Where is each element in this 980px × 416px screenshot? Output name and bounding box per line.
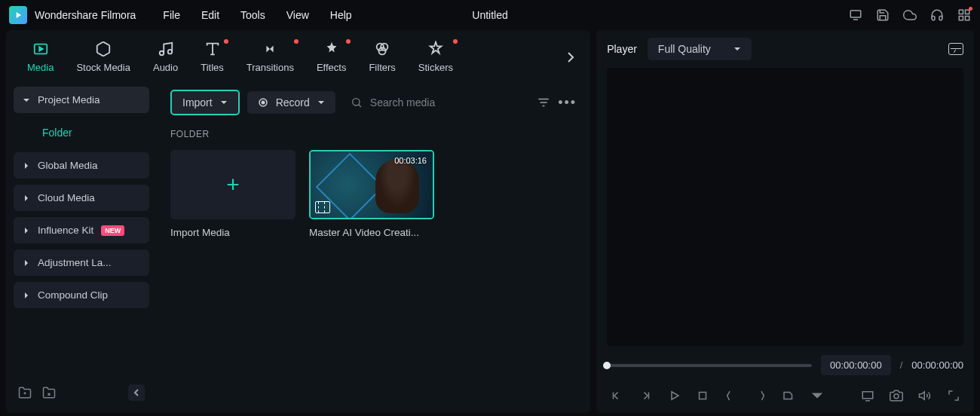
sidebar-item-label: Influence Kit — [38, 225, 93, 236]
svg-rect-3 — [959, 17, 963, 20]
app-logo — [9, 6, 27, 24]
menu-file[interactable]: File — [163, 9, 180, 21]
svg-point-13 — [352, 99, 359, 106]
tab-stickers-label: Stickers — [418, 62, 453, 73]
sidebar-item-label: Adjustment La... — [38, 257, 112, 268]
headphones-icon[interactable] — [930, 8, 944, 22]
svg-point-7 — [167, 50, 172, 54]
tab-stickers[interactable]: Stickers — [408, 38, 464, 76]
tab-stock-media[interactable]: Stock Media — [66, 38, 141, 76]
display-mode-button[interactable] — [861, 389, 874, 402]
sidebar-item-influence-kit[interactable]: Influence Kit NEW — [14, 217, 149, 243]
tab-titles-label: Titles — [201, 62, 224, 73]
clip-type-icon — [315, 201, 330, 213]
save-icon[interactable] — [876, 8, 890, 22]
sidebar-item-cloud-media[interactable]: Cloud Media — [14, 185, 149, 211]
prev-frame-button[interactable] — [610, 389, 623, 402]
quality-value: Full Quality — [658, 43, 711, 55]
more-options-button[interactable]: ••• — [558, 95, 577, 111]
player-label: Player — [607, 43, 637, 55]
filter-icon[interactable] — [537, 96, 550, 109]
import-media-card[interactable]: + Import Media — [170, 150, 296, 238]
svg-point-16 — [894, 394, 899, 399]
tab-titles[interactable]: Titles — [190, 38, 234, 76]
tab-filters[interactable]: Filters — [358, 38, 406, 76]
play-button[interactable] — [667, 389, 681, 402]
sidebar-item-label: Compound Clip — [38, 289, 108, 301]
next-frame-button[interactable] — [639, 389, 652, 402]
svg-rect-2 — [966, 10, 969, 14]
tab-effects-label: Effects — [317, 62, 347, 73]
app-name: Wondershare Filmora — [35, 9, 136, 21]
cloud-icon[interactable] — [903, 8, 917, 22]
record-button[interactable]: Record — [247, 91, 335, 114]
media-clip-card[interactable]: 00:03:16 Master AI Video Creati... — [309, 150, 434, 238]
search-icon — [351, 96, 363, 109]
sidebar-item-label: Global Media — [38, 160, 98, 171]
total-time: 00:00:00:00 — [911, 359, 963, 371]
quality-dropdown[interactable]: Full Quality — [648, 38, 752, 60]
search-input[interactable] — [370, 96, 522, 109]
tab-media[interactable]: Media — [17, 38, 64, 76]
scrubber[interactable] — [607, 364, 812, 367]
scrub-handle[interactable] — [603, 362, 611, 369]
apps-icon[interactable] — [957, 8, 971, 22]
marker-dropdown[interactable] — [810, 389, 824, 402]
sidebar-item-project-media[interactable]: Project Media — [14, 87, 149, 113]
menu-view[interactable]: View — [286, 9, 309, 21]
menu-edit[interactable]: Edit — [201, 9, 219, 21]
import-button[interactable]: Import — [170, 90, 240, 115]
new-folder-icon[interactable] — [18, 386, 32, 399]
tab-transitions[interactable]: Transitions — [236, 38, 305, 76]
clip-title: Master AI Video Creati... — [309, 227, 434, 238]
player-viewport[interactable] — [607, 68, 963, 346]
clip-duration: 00:03:16 — [394, 156, 427, 165]
snapshot-icon[interactable] — [948, 43, 963, 55]
fullscreen-button[interactable] — [947, 389, 960, 402]
delete-folder-icon[interactable] — [42, 386, 56, 399]
volume-button[interactable] — [918, 389, 932, 402]
section-label: FOLDER — [170, 129, 577, 139]
tab-stock-label: Stock Media — [76, 62, 130, 73]
tab-filters-label: Filters — [369, 62, 395, 73]
sidebar-folder[interactable]: Folder — [14, 119, 149, 146]
sidebar-item-global-media[interactable]: Global Media — [14, 152, 149, 179]
sidebar-item-compound-clip[interactable]: Compound Clip — [14, 282, 149, 308]
import-label: Import — [182, 96, 213, 109]
project-title: Untitled — [472, 9, 507, 21]
marker-button[interactable] — [782, 389, 795, 402]
tab-effects[interactable]: Effects — [306, 38, 357, 76]
tab-transitions-label: Transitions — [247, 62, 294, 73]
current-time: 00:00:00:00 — [821, 355, 891, 375]
sidebar-item-adjustment-layer[interactable]: Adjustment La... — [14, 249, 149, 276]
mark-in-button[interactable] — [724, 389, 738, 402]
sidebar-item-label: Project Media — [38, 94, 100, 106]
camera-button[interactable] — [890, 389, 903, 402]
menu-help[interactable]: Help — [330, 9, 352, 21]
plus-icon: + — [226, 172, 240, 197]
svg-point-10 — [379, 47, 386, 54]
svg-point-12 — [261, 101, 265, 105]
svg-rect-1 — [959, 10, 963, 14]
svg-point-6 — [159, 51, 164, 56]
new-badge: NEW — [101, 225, 124, 236]
stop-button[interactable] — [696, 389, 709, 402]
svg-rect-15 — [862, 392, 873, 399]
tab-audio[interactable]: Audio — [142, 38, 188, 76]
sidebar-collapse-button[interactable] — [128, 384, 145, 401]
svg-rect-0 — [850, 11, 861, 17]
import-card-label: Import Media — [170, 227, 296, 238]
mark-out-button[interactable] — [753, 389, 767, 402]
time-separator: / — [900, 359, 903, 371]
svg-rect-4 — [966, 17, 969, 20]
record-label: Record — [276, 96, 310, 109]
tab-audio-label: Audio — [153, 62, 178, 73]
sidebar-item-label: Cloud Media — [38, 192, 95, 203]
svg-rect-14 — [700, 393, 706, 399]
menu-tools[interactable]: Tools — [240, 9, 265, 21]
tabs-more-button[interactable] — [562, 48, 580, 66]
tab-media-label: Media — [27, 62, 54, 73]
display-icon[interactable] — [849, 8, 862, 22]
